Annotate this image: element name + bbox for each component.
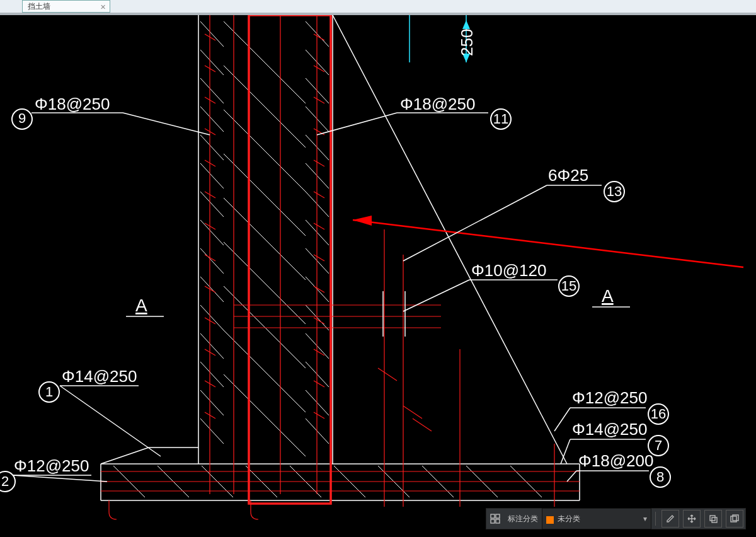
- document-tab[interactable]: 挡土墙 ✕: [22, 0, 110, 13]
- svg-text:7: 7: [655, 437, 662, 453]
- svg-text:Φ12@250: Φ12@250: [14, 456, 89, 475]
- svg-line-27: [200, 419, 224, 444]
- svg-marker-2: [462, 20, 470, 29]
- svg-text:Φ10@120: Φ10@120: [471, 261, 546, 280]
- svg-text:2: 2: [1, 473, 9, 489]
- label-1: Φ14@250 1: [39, 367, 161, 456]
- hatch-stem: [113, 21, 542, 497]
- svg-rect-163: [710, 516, 715, 521]
- svg-line-140: [554, 408, 570, 431]
- label-11: Φ18@250 11: [317, 95, 511, 135]
- wall-stem-outline: [101, 15, 580, 500]
- svg-line-89: [314, 318, 324, 324]
- svg-rect-164: [712, 517, 717, 523]
- svg-line-106: [353, 220, 743, 267]
- svg-line-17: [200, 135, 224, 160]
- svg-text:Φ18@250: Φ18@250: [400, 95, 475, 113]
- svg-line-91: [314, 381, 324, 387]
- svg-line-47: [224, 198, 306, 280]
- svg-text:13: 13: [607, 183, 622, 199]
- svg-text:9: 9: [18, 110, 26, 126]
- svg-line-24: [200, 333, 224, 359]
- svg-text:A: A: [135, 296, 147, 315]
- svg-line-105: [413, 419, 432, 431]
- svg-marker-107: [353, 216, 372, 226]
- svg-line-80: [314, 34, 324, 40]
- svg-line-92: [314, 412, 324, 419]
- buttress-edge: [333, 15, 567, 464]
- svg-rect-160: [496, 514, 500, 518]
- annotation-arrow: [353, 216, 743, 267]
- annotation-toolbar: 标注分类 未分类 ▾: [486, 508, 746, 529]
- dimension-250: 250: [410, 15, 476, 62]
- copy-icon[interactable]: [704, 510, 722, 528]
- svg-text:Φ18@250: Φ18@250: [35, 95, 110, 113]
- label-8: Φ18@200 8: [567, 451, 670, 487]
- svg-text:8: 8: [656, 469, 664, 485]
- edit-icon[interactable]: [662, 510, 679, 528]
- svg-line-135: [13, 475, 107, 482]
- document-tab-label: 挡土墙: [28, 2, 50, 11]
- svg-text:16: 16: [651, 406, 666, 422]
- svg-line-46: [224, 154, 306, 236]
- svg-line-26: [200, 390, 224, 415]
- svg-rect-66: [249, 15, 331, 504]
- cad-viewport: 挡土墙 ✕ 250: [0, 0, 756, 537]
- svg-line-49: [224, 286, 306, 368]
- close-icon[interactable]: ✕: [100, 1, 106, 13]
- svg-text:15: 15: [561, 278, 576, 294]
- svg-line-50: [224, 330, 306, 412]
- category-color-swatch: [546, 516, 554, 524]
- svg-line-16: [200, 107, 224, 132]
- svg-text:Φ14@250: Φ14@250: [572, 420, 647, 439]
- svg-line-25: [200, 362, 224, 387]
- svg-line-118: [403, 185, 547, 261]
- chevron-down-icon: ▾: [643, 514, 647, 523]
- svg-line-43: [224, 21, 306, 103]
- svg-line-104: [378, 368, 397, 381]
- toolbar-grid-icon[interactable]: [486, 509, 504, 529]
- svg-line-14: [200, 50, 224, 75]
- toolbar-category-value: 未分类: [558, 514, 580, 524]
- svg-line-150: [567, 471, 576, 482]
- svg-line-13: [200, 21, 224, 47]
- label-2: Φ12@250 2: [0, 456, 107, 492]
- svg-line-20: [200, 220, 224, 245]
- drawing-canvas[interactable]: 250: [0, 15, 756, 537]
- svg-line-21: [200, 248, 224, 274]
- svg-text:Φ14@250: Φ14@250: [62, 367, 137, 386]
- svg-line-85: [314, 192, 324, 198]
- svg-line-51: [224, 374, 306, 456]
- svg-line-15: [200, 78, 224, 103]
- svg-line-12: [101, 448, 149, 464]
- svg-line-45: [224, 110, 306, 192]
- svg-line-87: [314, 255, 324, 261]
- svg-line-82: [314, 97, 324, 103]
- svg-line-18: [200, 163, 224, 188]
- layers-icon[interactable]: [726, 510, 743, 528]
- svg-text:250: 250: [457, 29, 476, 56]
- svg-line-48: [224, 242, 306, 324]
- document-tab-bar: 挡土墙 ✕: [0, 0, 756, 13]
- svg-line-103: [403, 406, 422, 419]
- label-9: Φ18@250 9: [12, 95, 210, 135]
- svg-text:Φ12@250: Φ12@250: [572, 388, 647, 407]
- svg-line-130: [60, 386, 161, 456]
- svg-line-108: [123, 113, 210, 135]
- svg-text:1: 1: [45, 384, 53, 400]
- move-icon[interactable]: [683, 510, 701, 528]
- svg-text:Φ18@200: Φ18@200: [578, 451, 653, 470]
- svg-line-86: [314, 223, 324, 229]
- svg-rect-159: [491, 514, 495, 518]
- toolbar-category-select[interactable]: 未分类 ▾: [542, 508, 651, 529]
- svg-line-84: [314, 160, 324, 166]
- toolbar-label: 标注分类: [504, 509, 542, 529]
- section-mark-right: A: [592, 286, 630, 307]
- svg-line-123: [403, 280, 469, 311]
- svg-text:A: A: [602, 286, 614, 306]
- svg-line-19: [200, 192, 224, 217]
- svg-rect-161: [491, 519, 495, 523]
- svg-text:11: 11: [493, 111, 508, 127]
- svg-text:6Φ25: 6Φ25: [548, 166, 588, 185]
- svg-rect-162: [496, 519, 500, 523]
